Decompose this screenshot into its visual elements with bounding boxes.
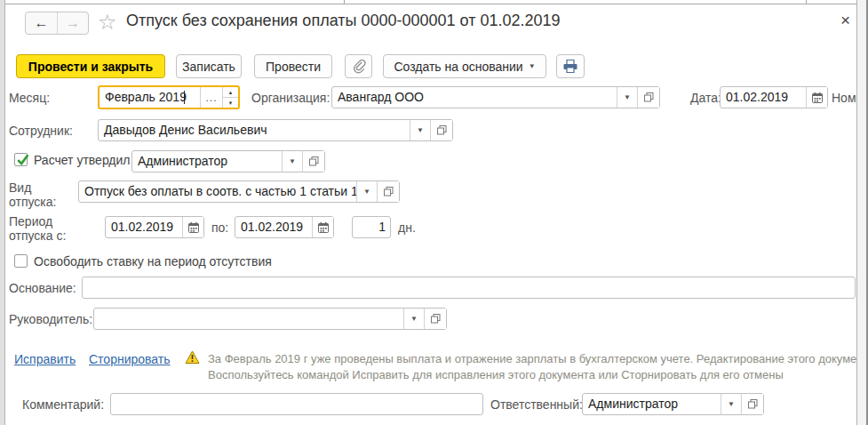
post-and-close-label: Провести и закрыть bbox=[28, 60, 153, 74]
forward-button[interactable]: → bbox=[57, 12, 88, 34]
month-label: Месяц: bbox=[9, 91, 50, 105]
release-rate-checkbox[interactable] bbox=[14, 254, 28, 268]
approve-user-dropdown-button[interactable]: ▼ bbox=[282, 151, 302, 172]
month-value: Февраль 2019 bbox=[100, 87, 200, 108]
manager-dropdown-button[interactable]: ▼ bbox=[403, 309, 424, 329]
post-button[interactable]: Провести bbox=[254, 54, 332, 78]
organization-label: Организация: bbox=[251, 91, 330, 105]
month-choose-button[interactable]: ... bbox=[200, 87, 222, 108]
chevron-down-icon: ▼ bbox=[410, 315, 418, 323]
manager-open-button[interactable] bbox=[424, 309, 446, 329]
chevron-down-icon: ▼ bbox=[289, 157, 296, 165]
date-field[interactable]: 01.02.2019 bbox=[720, 86, 828, 108]
paperclip-icon bbox=[352, 60, 366, 74]
approve-checkbox[interactable] bbox=[14, 153, 28, 166]
tab-separator bbox=[806, 0, 807, 4]
responsible-dropdown-button[interactable]: ▼ bbox=[721, 394, 741, 414]
vacation-kind-dropdown-button[interactable]: ▼ bbox=[356, 181, 377, 202]
responsible-value: Администратор bbox=[583, 394, 721, 414]
reason-value bbox=[83, 277, 855, 298]
period-label: Период отпуска с: bbox=[9, 214, 100, 243]
period-to-field[interactable]: 01.02.2019 bbox=[235, 216, 334, 238]
reverse-link[interactable]: Сторнировать bbox=[89, 352, 171, 366]
date-label: Дата: bbox=[690, 91, 721, 105]
date-value: 01.02.2019 bbox=[721, 87, 806, 108]
window-top-border bbox=[5, 4, 868, 4]
employee-value: Давыдов Денис Васильевич bbox=[99, 120, 410, 140]
employee-dropdown-button[interactable]: ▼ bbox=[410, 120, 430, 140]
period-days-unit: дн. bbox=[398, 221, 416, 235]
period-from-value: 01.02.2019 bbox=[106, 217, 182, 237]
chevron-down-icon: ▼ bbox=[417, 126, 424, 134]
calendar-icon bbox=[811, 92, 824, 104]
date-calendar-button[interactable] bbox=[806, 87, 827, 108]
create-based-on-label: Создать на основании bbox=[394, 60, 522, 74]
responsible-field[interactable]: Администратор ▼ bbox=[582, 393, 764, 415]
chevron-down-icon: ▼ bbox=[529, 62, 536, 70]
comment-value bbox=[111, 394, 482, 414]
reason-field[interactable] bbox=[82, 277, 856, 299]
post-and-close-button[interactable]: Провести и закрыть bbox=[16, 54, 165, 78]
vacation-kind-open-button[interactable] bbox=[377, 181, 399, 202]
open-form-icon bbox=[436, 124, 448, 136]
fix-link[interactable]: Исправить bbox=[14, 352, 76, 366]
comment-label: Комментарий: bbox=[22, 397, 104, 412]
create-based-on-button[interactable]: Создать на основании ▼ bbox=[383, 54, 546, 78]
period-to-value: 01.02.2019 bbox=[235, 217, 312, 237]
responsible-open-button[interactable] bbox=[741, 394, 763, 414]
approve-checkbox-label[interactable]: Расчет утвердил bbox=[34, 153, 131, 167]
comment-field[interactable] bbox=[110, 393, 483, 415]
chevron-down-icon: ▼ bbox=[624, 93, 631, 101]
page-title: Отпуск без сохранения оплаты 0000-000001… bbox=[126, 12, 560, 30]
back-button[interactable]: ← bbox=[26, 12, 57, 34]
organization-dropdown-button[interactable]: ▼ bbox=[617, 87, 637, 108]
period-from-calendar-button[interactable] bbox=[182, 217, 203, 237]
write-button[interactable]: Записать bbox=[176, 54, 242, 78]
employee-open-button[interactable] bbox=[430, 120, 452, 140]
spin-down-icon[interactable]: ▼ bbox=[223, 98, 238, 108]
vacation-kind-label: Вид отпуска: bbox=[9, 180, 66, 209]
vacation-kind-field[interactable]: Отпуск без оплаты в соотв. с частью 1 ст… bbox=[78, 180, 400, 203]
organization-field[interactable]: Авангард ООО ▼ bbox=[331, 86, 660, 108]
period-days-value: 1 bbox=[353, 217, 390, 237]
close-icon[interactable]: × bbox=[840, 11, 850, 30]
release-rate-checkbox-label[interactable]: Освободить ставку на период отсутствия bbox=[34, 254, 272, 269]
period-from-field[interactable]: 01.02.2019 bbox=[105, 216, 204, 238]
approve-user-value: Администратор bbox=[132, 151, 282, 172]
calendar-icon bbox=[317, 221, 330, 234]
window-left-border bbox=[0, 0, 5, 425]
open-form-icon bbox=[383, 186, 394, 197]
write-label: Записать bbox=[182, 60, 235, 74]
responsible-label: Ответственный: bbox=[490, 397, 583, 412]
month-field[interactable]: Февраль 2019 ... ▲ ▼ bbox=[98, 85, 240, 109]
employee-field[interactable]: Давыдов Денис Васильевич ▼ bbox=[98, 119, 453, 141]
approve-user-field[interactable]: Администратор ▼ bbox=[131, 150, 325, 172]
tab-separator bbox=[344, 0, 345, 4]
period-days-field[interactable]: 1 bbox=[352, 216, 391, 238]
text-cursor bbox=[184, 91, 185, 104]
history-nav-group: ← → bbox=[25, 12, 89, 35]
print-button[interactable] bbox=[556, 54, 585, 78]
warning-triangle-icon bbox=[185, 350, 200, 367]
chevron-down-icon: ▼ bbox=[728, 400, 735, 408]
manager-field[interactable]: ▼ bbox=[93, 308, 447, 330]
favorite-star-icon[interactable]: ☆ bbox=[98, 10, 117, 35]
open-form-icon bbox=[643, 92, 655, 103]
vacation-kind-value: Отпуск без оплаты в соотв. с частью 1 ст… bbox=[79, 181, 356, 202]
period-to-label: по: bbox=[211, 221, 228, 235]
checkmark-icon bbox=[15, 152, 30, 167]
spin-up-icon[interactable]: ▲ bbox=[223, 87, 238, 98]
open-form-icon bbox=[430, 313, 442, 325]
period-to-calendar-button[interactable] bbox=[312, 217, 333, 237]
organization-open-button[interactable] bbox=[637, 87, 659, 108]
approve-user-open-button[interactable] bbox=[302, 151, 324, 172]
ellipsis-icon: ... bbox=[205, 92, 217, 104]
forward-arrow-icon: → bbox=[66, 15, 80, 31]
attachments-button[interactable] bbox=[345, 54, 372, 78]
open-form-icon bbox=[308, 156, 320, 167]
back-arrow-icon: ← bbox=[35, 15, 49, 31]
reason-label: Основание: bbox=[9, 281, 76, 295]
calendar-icon bbox=[187, 221, 200, 234]
post-label: Провести bbox=[266, 60, 321, 74]
organization-value: Авангард ООО bbox=[332, 87, 617, 108]
